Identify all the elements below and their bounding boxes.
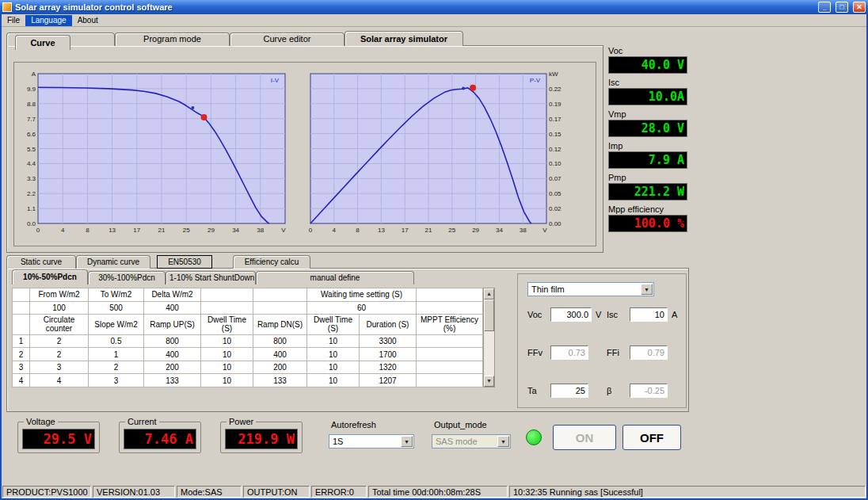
autorefresh-select[interactable]: 1S ▼: [329, 434, 414, 448]
voc-input[interactable]: [550, 307, 592, 322]
menu-bar: File Language About: [2, 14, 866, 27]
row-index-cell: 4: [13, 374, 30, 387]
tab-static-curve[interactable]: Static curve: [6, 255, 76, 269]
curve-page-panel: Curve 0.01.12.23.34.45.56.67.78.89.9A048…: [6, 45, 603, 253]
range-value-cell[interactable]: 500: [89, 301, 144, 315]
menu-about[interactable]: About: [72, 15, 104, 26]
data-cell[interactable]: 3: [30, 361, 89, 374]
param-ffi: FFi: [607, 345, 668, 360]
subtab-manual-define[interactable]: manual define: [256, 271, 414, 284]
data-cell[interactable]: 10: [201, 334, 253, 348]
data-cell[interactable]: [417, 361, 483, 374]
data-cell[interactable]: 800: [144, 334, 201, 348]
subtab-10-50-pdcn[interactable]: 10%-50%Pdcn: [12, 269, 88, 284]
svg-text:38: 38: [520, 227, 527, 234]
module-type-value: Thin film: [531, 284, 565, 294]
data-cell[interactable]: 200: [253, 361, 307, 374]
data-cell[interactable]: 4: [30, 374, 89, 387]
data-cell[interactable]: 2: [30, 348, 89, 361]
range-value-cell[interactable]: [253, 301, 307, 315]
column-header-cell: Ramp DN(S): [253, 315, 307, 335]
data-cell[interactable]: 10: [307, 334, 360, 348]
data-cell[interactable]: 200: [144, 361, 201, 374]
range-header-cell: Waiting time setting (S): [307, 288, 417, 302]
output-mode-select: SAS mode ▼: [432, 434, 511, 448]
minimize-button[interactable]: _: [818, 2, 831, 13]
data-cell[interactable]: 133: [253, 374, 307, 387]
data-cell[interactable]: [417, 334, 483, 348]
tab-efficiency-calcu[interactable]: Efficiency calcu: [233, 255, 310, 269]
pv-curve-chart: 0.000.020.050.070.100.120.150.170.190.22…: [304, 67, 570, 235]
data-cell[interactable]: 1207: [360, 374, 417, 387]
data-cell[interactable]: 1700: [360, 348, 417, 361]
range-value-cell[interactable]: [201, 301, 253, 315]
tab-solar-array-simulator[interactable]: Solar array simulator: [345, 31, 463, 46]
svg-text:21: 21: [158, 227, 166, 234]
data-cell[interactable]: 3300: [360, 334, 417, 348]
status-version: VERSION:01.03: [93, 486, 175, 498]
range-value-cell[interactable]: 100: [30, 301, 89, 315]
range-header-cell: [253, 288, 307, 302]
svg-text:0.15: 0.15: [549, 131, 562, 138]
data-cell[interactable]: 1: [89, 348, 144, 361]
menu-file[interactable]: File: [2, 15, 25, 26]
current-display: 7.46 A: [124, 429, 196, 449]
svg-text:8: 8: [356, 227, 360, 234]
output-status-indicator: [526, 429, 542, 445]
data-cell[interactable]: 2: [30, 334, 89, 348]
tab-en50530[interactable]: EN50530: [157, 255, 212, 269]
data-cell[interactable]: 133: [144, 374, 201, 387]
data-cell[interactable]: 800: [253, 334, 307, 348]
subtab-start-shutdown[interactable]: 1-10% Start ShuntDown: [166, 271, 256, 284]
data-cell[interactable]: 10: [307, 348, 360, 361]
column-header-cell: Circulate counter: [30, 315, 89, 335]
data-cell[interactable]: 0.5: [89, 334, 144, 348]
chevron-down-icon[interactable]: ▼: [641, 284, 653, 295]
menu-language[interactable]: Language: [25, 15, 72, 26]
module-type-select[interactable]: Thin film ▼: [527, 282, 654, 296]
ta-input[interactable]: [550, 384, 588, 398]
table-row: 33220010200101320: [13, 361, 483, 374]
table-scrollbar[interactable]: ▲ ▼: [483, 288, 495, 387]
data-cell[interactable]: 1320: [360, 361, 417, 374]
scroll-up-button[interactable]: ▲: [484, 288, 494, 300]
param-label: Voc: [527, 310, 546, 319]
data-cell[interactable]: 2: [89, 361, 144, 374]
data-cell[interactable]: [417, 374, 483, 387]
tab-dynamic-curve[interactable]: Dynamic curve: [76, 255, 150, 269]
range-value-cell[interactable]: 60: [307, 301, 417, 315]
data-cell[interactable]: 400: [253, 348, 307, 361]
svg-text:0.00: 0.00: [549, 220, 562, 227]
tab-curve[interactable]: Curve: [15, 35, 70, 50]
close-button[interactable]: ✕: [853, 2, 866, 13]
tab-program-mode[interactable]: Program mode: [115, 32, 230, 46]
param-label: FFi: [607, 348, 626, 357]
svg-text:4: 4: [61, 227, 65, 234]
range-value-cell[interactable]: [417, 301, 483, 315]
data-cell[interactable]: [417, 348, 483, 361]
status-output: OUTPUT:ON: [243, 486, 310, 498]
data-cell[interactable]: 400: [144, 348, 201, 361]
maximize-button[interactable]: □: [836, 2, 848, 13]
readout-label: Vmp: [608, 109, 687, 120]
data-cell[interactable]: 10: [201, 374, 253, 387]
svg-text:0.10: 0.10: [549, 160, 562, 167]
range-value-cell[interactable]: 400: [144, 301, 201, 315]
isc-input[interactable]: [630, 307, 668, 322]
scrollbar-track[interactable]: [484, 300, 494, 376]
on-button[interactable]: ON: [553, 425, 616, 450]
data-cell[interactable]: 3: [89, 374, 144, 387]
data-cell[interactable]: 10: [307, 374, 360, 387]
data-cell[interactable]: 10: [201, 361, 253, 374]
subtab-30-100-pdcn[interactable]: 30%-100%Pdcn: [88, 271, 166, 284]
scrollbar-thumb[interactable]: [484, 300, 494, 331]
tab-curve-editor[interactable]: Curve editor: [230, 32, 345, 46]
titlebar[interactable]: Solar array simulator control software _…: [0, 0, 868, 14]
data-cell[interactable]: 10: [201, 348, 253, 361]
chevron-down-icon[interactable]: ▼: [401, 436, 413, 447]
svg-text:0.02: 0.02: [549, 205, 562, 212]
data-cell[interactable]: 10: [307, 361, 360, 374]
off-button[interactable]: OFF: [622, 425, 681, 450]
iv-curve-chart: 0.01.12.23.34.45.56.67.78.89.9A048131721…: [19, 67, 295, 235]
scroll-down-button[interactable]: ▼: [484, 376, 494, 387]
